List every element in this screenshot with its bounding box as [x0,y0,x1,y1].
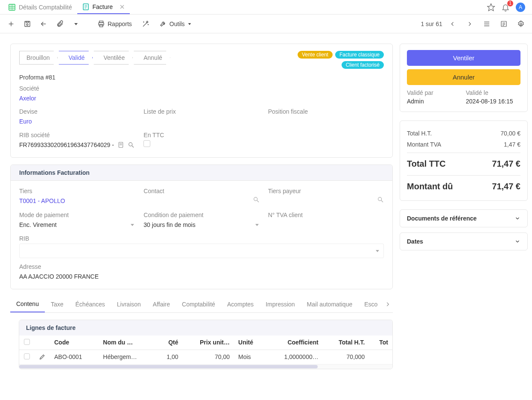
tiers-payeur-input[interactable] [268,196,384,206]
tab-details-comptabilite[interactable]: Détails Comptabilité [3,0,77,14]
next-button[interactable] [463,17,476,31]
more-dropdown[interactable] [69,17,83,31]
search-icon [253,196,260,203]
status-steps: Brouillon Validé Ventilée Annulé [19,51,170,65]
cell-name: Hébergem… [99,350,155,364]
subtab-affaire[interactable]: Affaire [147,297,176,312]
tiers-value[interactable]: T0001 - APOLLO [19,197,65,204]
subtab-bar: Contenu Taxe Échéances Livraison Affaire… [10,296,393,313]
svg-line-40 [257,200,259,202]
star-icon[interactable] [487,3,495,12]
save-button[interactable] [20,17,34,31]
subtab-contenu[interactable]: Contenu [10,296,45,312]
document-icon[interactable] [117,141,124,148]
societe-label: Société [19,85,135,92]
chevron-down-icon [130,222,135,227]
condition-paiement-label: Condition de paiement [143,212,259,218]
tab-label: Détails Comptabilité [19,4,72,11]
status-card: Brouillon Validé Ventilée Annulé Vente c… [10,44,393,158]
new-button[interactable] [4,17,18,31]
tools-label: Outils [170,21,185,27]
tiers-label: Tiers [19,188,135,194]
condition-paiement-select[interactable]: 30 jours fin de mois [143,220,259,229]
magic-wand-button[interactable] [139,17,152,31]
rib-select[interactable] [19,244,384,258]
en-ttc-checkbox[interactable] [143,140,150,147]
svg-line-42 [381,200,383,202]
subtab-taxe[interactable]: Taxe [45,297,70,312]
svg-marker-45 [376,250,379,252]
total-ttc-label: Total TTC [407,159,446,169]
svg-rect-16 [26,21,29,23]
back-button[interactable] [37,17,50,31]
svg-point-24 [148,24,148,24]
col-total-ht[interactable]: Total H.T. [323,335,369,350]
subtab-impression[interactable]: Impression [260,297,301,312]
settings-button[interactable] [514,17,528,31]
reports-label: Rapports [108,21,132,27]
notification-count: 1 [507,0,513,6]
actions-card: Ventiler Annuler Validé par Validé le Ad… [400,44,528,112]
horizontal-scrollbar[interactable] [19,365,392,369]
tags: Vente client Facture classique Client fa… [290,51,384,69]
col-code[interactable]: Code [50,335,99,350]
svg-marker-25 [188,23,191,25]
montant-du-value: 71,47 € [492,182,520,191]
subtab-escompte[interactable]: Esco [358,297,383,312]
reports-button[interactable]: Rapports [93,17,136,31]
status-step-ventilee[interactable]: Ventilée [94,51,133,65]
row-checkbox[interactable] [24,353,30,359]
devise-value[interactable]: Euro [19,118,32,125]
spreadsheet-icon [9,4,15,11]
close-icon[interactable] [120,4,125,9]
dates-toggle[interactable]: Dates [400,233,527,250]
tab-facture[interactable]: Facture [77,0,130,14]
ventiler-button[interactable]: Ventiler [407,50,520,66]
svg-line-22 [143,23,147,26]
total-ttc-value: 71,47 € [492,159,520,169]
docs-reference-toggle[interactable]: Documents de référence [400,210,527,227]
svg-rect-21 [99,24,103,26]
status-step-annule[interactable]: Annulé [134,51,170,65]
subtab-acomptes[interactable]: Acomptes [221,297,260,312]
attachment-button[interactable] [53,17,67,31]
col-qty[interactable]: Qté [155,335,182,350]
contact-input[interactable] [143,196,259,206]
subtab-comptabilite[interactable]: Comptabilité [176,297,221,312]
search-icon[interactable] [128,141,134,148]
lines-card: Lignes de facture Code Nom du … Qté Prix… [19,320,393,369]
table-row[interactable]: ABO-0001 Hébergem… 1,00 70,00 Mois 1,000… [19,350,392,364]
select-all-checkbox[interactable] [24,339,30,345]
tag-facture-classique: Facture classique [335,51,384,59]
annuler-button[interactable]: Annuler [407,69,520,85]
chevron-down-icon [254,222,260,227]
subtab-scroll-right[interactable] [383,296,393,312]
cell-code: ABO-0001 [50,350,99,364]
contact-label: Contact [143,188,259,194]
col-name[interactable]: Nom du … [99,335,155,350]
societe-value[interactable]: Axelor [19,95,36,102]
col-unit-price[interactable]: Prix unit… [183,335,234,350]
list-view-button[interactable] [480,17,494,31]
status-step-valide[interactable]: Validé [58,51,93,65]
toolbar: Rapports Outils 1 sur 61 [0,15,532,33]
notifications-button[interactable]: 1 [501,3,510,12]
col-unit[interactable]: Unité [234,335,266,350]
col-coef[interactable]: Coefficient [266,335,323,350]
proforma-text: Proforma #81 [11,72,392,85]
user-avatar[interactable]: A [516,3,525,12]
svg-point-37 [129,143,132,146]
col-total[interactable]: Tot [369,335,392,350]
tools-button[interactable]: Outils [155,17,196,31]
status-step-brouillon[interactable]: Brouillon [19,51,58,65]
subtab-echeances[interactable]: Échéances [70,297,111,312]
pager-text[interactable]: 1 sur 61 [421,21,442,27]
edit-icon[interactable] [39,353,46,360]
mode-paiement-select[interactable]: Enc. Virement [19,220,135,229]
form-view-button[interactable] [497,17,511,31]
subtab-livraison[interactable]: Livraison [111,297,147,312]
prev-button[interactable] [446,17,459,31]
subtab-mail-auto[interactable]: Mail automatique [301,297,359,312]
svg-marker-43 [131,224,134,226]
document-icon [82,3,89,10]
